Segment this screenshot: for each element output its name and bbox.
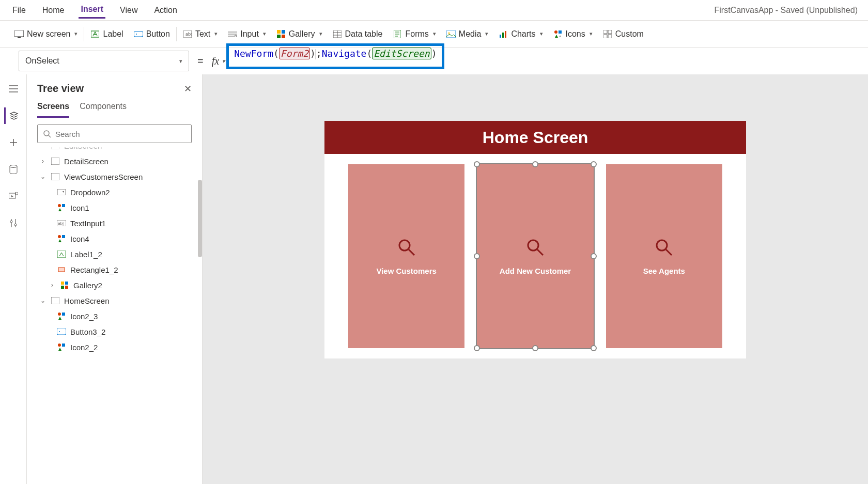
tree-view-title: Tree view [37, 83, 84, 95]
chevron-icon: ⌄ [39, 297, 47, 304]
tree-node-textinput1[interactable]: ab|TextInput1 [27, 215, 202, 231]
tree-node-editscreen[interactable]: ›EditScreen [27, 147, 202, 153]
rail-data-button[interactable] [5, 161, 22, 178]
svg-point-47 [14, 224, 17, 226]
menu-insert[interactable]: Insert [79, 2, 105, 19]
tab-components[interactable]: Components [80, 99, 127, 118]
selection-handle[interactable] [591, 161, 597, 167]
icons-btn-label: Icons [566, 29, 585, 39]
tree-search[interactable] [37, 124, 192, 143]
svg-point-4 [136, 34, 137, 35]
design-canvas[interactable]: Home Screen View CustomersAdd New Custom… [203, 74, 868, 484]
chevron-down-icon: ▾ [74, 30, 78, 37]
tree-search-input[interactable] [55, 130, 186, 138]
formula-input[interactable]: NewForm(Form2);Navigate(EditScreen) [231, 51, 858, 71]
svg-line-49 [49, 135, 51, 137]
selection-handle[interactable] [591, 253, 597, 259]
svg-point-75 [528, 240, 538, 251]
svg-point-73 [399, 240, 410, 251]
rail-tools-button[interactable] [5, 215, 22, 231]
search-icon [397, 238, 416, 257]
label-button[interactable]: Label [86, 26, 127, 42]
chevron-down-icon: ▾ [222, 58, 225, 65]
media-button[interactable]: Media ▾ [442, 26, 493, 42]
tree-node-icon4[interactable]: Icon4 [27, 231, 202, 246]
input-button[interactable]: Input ▾ [224, 26, 270, 42]
rail-media-button[interactable] [5, 188, 22, 205]
card-see-agents[interactable]: See Agents [606, 164, 722, 348]
selection-handle[interactable] [474, 161, 480, 167]
text-button[interactable]: abc Text ▾ [179, 26, 222, 42]
tree-node-button3_2[interactable]: Button3_2 [27, 324, 202, 339]
rail-menu-button[interactable] [5, 81, 22, 97]
tree-node-homescreen[interactable]: ⌄HomeScreen [27, 293, 202, 308]
tree-node-label: Icon2_2 [70, 343, 98, 352]
rail-tree-button[interactable] [4, 107, 21, 124]
selection-handle[interactable] [474, 345, 480, 351]
card-add-new-customer[interactable]: Add New Customer [477, 164, 593, 348]
menu-file[interactable]: File [10, 3, 28, 18]
close-icon[interactable]: ✕ [184, 83, 192, 95]
tree-node-dropdown2[interactable]: Dropdown2 [27, 184, 202, 200]
media-btn-label: Media [459, 29, 482, 39]
svg-point-10 [235, 35, 237, 37]
svg-text:+: + [559, 35, 561, 38]
input-icon [228, 29, 237, 39]
icons-button[interactable]: + Icons ▾ [549, 26, 597, 42]
gallery-button[interactable]: Gallery ▾ [272, 26, 327, 42]
tree-node-label: EditScreen [64, 147, 102, 150]
tree-node-gallery2[interactable]: ›Gallery2 [27, 277, 202, 293]
tree-node-icon2_2[interactable]: Icon2_2 [27, 339, 202, 355]
tree-node-detailscreen[interactable]: ›DetailScreen [27, 153, 202, 169]
card-view-customers[interactable]: View Customers [348, 164, 464, 348]
svg-rect-32 [608, 30, 612, 34]
tree-scrollbar[interactable] [198, 180, 202, 345]
rail-add-button[interactable] [5, 134, 22, 151]
screen-icon [51, 147, 60, 150]
tree-node-icon1[interactable]: Icon1 [27, 200, 202, 215]
screen-icon [51, 172, 60, 181]
datatable-button[interactable]: Data table [329, 26, 387, 42]
tree-node-icon2_3[interactable]: Icon2_3 [27, 308, 202, 324]
svg-rect-0 [14, 30, 24, 37]
svg-rect-1 [18, 37, 21, 38]
selection-handle[interactable] [532, 345, 538, 351]
svg-rect-64 [61, 286, 64, 289]
tab-screens[interactable]: Screens [37, 99, 69, 118]
icons-icon [57, 311, 66, 321]
tree-node-label: TextInput1 [70, 219, 106, 228]
button-icon [134, 29, 143, 39]
svg-text:abc: abc [185, 32, 192, 37]
svg-rect-29 [559, 30, 562, 34]
selection-handle[interactable] [532, 161, 538, 167]
menu-action[interactable]: Action [152, 3, 179, 18]
tree-node-label1_2[interactable]: Label1_2 [27, 246, 202, 262]
svg-marker-43 [11, 195, 13, 197]
card-label: Add New Customer [500, 267, 571, 275]
charts-button[interactable]: Charts ▾ [494, 26, 547, 42]
text-icon: abc [183, 29, 192, 39]
tree-node-rectangle1_2[interactable]: Rectangle1_2 [27, 262, 202, 277]
button-button[interactable]: Button [130, 26, 174, 42]
tree-node-label: Gallery2 [73, 281, 102, 290]
app-header: Home Screen [324, 121, 746, 154]
tree-node-label: HomeScreen [64, 296, 110, 305]
selection-handle[interactable] [591, 345, 597, 351]
custom-btn-label: Custom [615, 29, 644, 39]
new-screen-button[interactable]: New screen ▾ [10, 26, 82, 42]
svg-line-76 [537, 249, 543, 255]
fx-label[interactable]: fx▾ [212, 55, 225, 67]
svg-rect-12 [282, 30, 285, 34]
svg-point-71 [58, 344, 61, 347]
svg-rect-65 [65, 286, 68, 289]
app-preview-frame: Home Screen View CustomersAdd New Custom… [324, 121, 746, 358]
textinput-icon: ab| [57, 218, 66, 228]
menu-view[interactable]: View [118, 3, 140, 18]
selection-handle[interactable] [474, 253, 480, 259]
custom-button[interactable]: Custom [599, 26, 648, 42]
menu-home[interactable]: Home [40, 3, 67, 18]
property-selector[interactable]: OnSelect ▾ [19, 51, 189, 71]
tree-node-viewcustomersscreen[interactable]: ⌄ViewCustomersScreen [27, 169, 202, 184]
forms-button[interactable]: Forms ▾ [389, 26, 440, 42]
gallery-btn-label: Gallery [289, 29, 315, 39]
